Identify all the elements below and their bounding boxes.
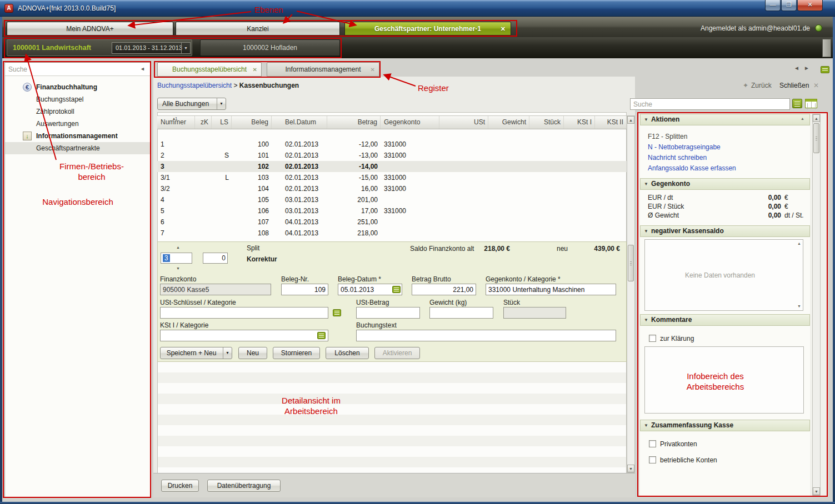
sidebar-item-buchungsstapel[interactable]: Buchungsstapel [5, 93, 150, 105]
action-nettobetragseingabe[interactable]: N - Nettobetragseingabe [648, 142, 721, 152]
sidebar-item-finanzbuchhaltung[interactable]: € Finanzbuchhaltung [5, 81, 150, 93]
action-nachricht-schreiben[interactable]: Nachricht schreiben [648, 153, 707, 163]
table-row[interactable]: 4 105 03.01.2013201,00 [157, 194, 627, 205]
tab-list-icon[interactable] [821, 66, 829, 73]
sidebar-item-auswertungen[interactable]: Auswertungen [5, 118, 150, 130]
action-anfangssaldo[interactable]: Anfangssaldo Kasse erfassen [648, 163, 736, 173]
level-tab-kanzlei[interactable]: Kanzlei [176, 22, 340, 36]
sidebar-item-informationsmanagement[interactable]: ↓ Informationsmanagement [5, 130, 150, 142]
scroll-up-icon[interactable]: ▲ [813, 114, 820, 122]
tab-informationsmanagement[interactable]: Informationsmanagement ✕ [267, 62, 379, 77]
close-tab-icon[interactable]: ✕ [253, 63, 257, 77]
privatkonten-checkbox[interactable] [649, 440, 656, 447]
sidebar-item-geschaeftspartnerakte[interactable]: Geschäftspartnerakte [5, 142, 150, 154]
action-splitten[interactable]: F12 - Splitten [648, 132, 687, 142]
scroll-up-icon[interactable]: ▲ [797, 241, 801, 246]
back-button[interactable]: Zurück [751, 82, 772, 89]
spinner-down-icon[interactable]: ▼ [176, 266, 180, 270]
panel-scroll-up-icon[interactable]: ▲ [801, 117, 804, 121]
storno-button[interactable]: Stornieren [273, 347, 320, 359]
korrektur-input[interactable]: 0 [203, 253, 228, 264]
column-nummer[interactable]: ▴1 Nummer [157, 116, 195, 129]
scroll-tabs-left-icon[interactable]: ◄ [794, 65, 799, 71]
table-row[interactable]: 6 107 04.01.2013251,00 [157, 216, 627, 228]
close-window-button[interactable]: ✕ [797, 0, 823, 11]
company-tab-landwirtschaft[interactable]: 1000001 Landwirtschaft 01.01.2013 - 31.1… [7, 39, 192, 56]
sidebar-search-input[interactable] [8, 64, 128, 74]
company-bar-scrollbar[interactable] [822, 39, 831, 57]
column-stueck[interactable]: Stück [529, 116, 564, 129]
ust-betrag-input[interactable] [356, 307, 420, 319]
ust-lookup-icon[interactable] [333, 309, 341, 316]
table-row-selected[interactable]: 3 102 02.01.2013-14,00 [157, 161, 627, 172]
close-tab-icon[interactable]: ✕ [501, 22, 506, 36]
new-button[interactable]: Neu [238, 347, 267, 359]
close-tab-icon[interactable]: ✕ [371, 63, 375, 77]
scroll-down-icon[interactable]: ▼ [627, 465, 634, 472]
column-ls[interactable]: LS [212, 116, 232, 129]
maximize-button[interactable]: ❐ [781, 0, 797, 11]
scroll-down-icon[interactable]: ▼ [797, 304, 801, 309]
level-tab-geschaeftspartner[interactable]: Geschäftspartner: Unternehmer-1 ✕ [344, 22, 511, 36]
kst-lookup-icon[interactable] [317, 332, 326, 339]
column-kst1[interactable]: KSt I [564, 116, 595, 129]
close-view-icon[interactable]: ✕ [813, 82, 819, 89]
table-header[interactable]: ▴1 Nummer zK LS Beleg Bel.Datum Betrag G… [157, 115, 627, 129]
delete-button[interactable]: Löschen [326, 347, 369, 359]
scroll-tabs-right-icon[interactable]: ► [804, 65, 809, 71]
tab-buchungsstapeluebersicht[interactable]: Buchungsstapelübersicht ✕ [157, 62, 262, 77]
section-gegenkonto[interactable]: ▼ Gegenkonto [640, 178, 810, 190]
data-transfer-button[interactable]: Datenübertragung [207, 480, 281, 492]
collapse-sidebar-icon[interactable]: ◄ [140, 66, 145, 72]
column-zk[interactable]: zK [195, 116, 212, 129]
scrollbar-thumb[interactable] [628, 245, 634, 281]
sidebar-item-zaehlprotokoll[interactable]: Zählprotokoll [5, 105, 150, 118]
section-negativer-kassensaldo[interactable]: ▼ negativer Kassensaldo [640, 225, 810, 237]
column-betrag[interactable]: Betrag [327, 116, 381, 129]
calendar-icon[interactable] [392, 286, 401, 293]
scrollbar-thumb[interactable] [813, 123, 819, 153]
section-kommentare[interactable]: ▼ Kommentare [640, 314, 810, 326]
table-row[interactable]: 2 S101 02.01.2013-13,00 331000 [157, 150, 627, 161]
betrag-brutto-input[interactable] [412, 284, 476, 295]
level-tab-mein-adnova[interactable]: Mein ADNOVA+ [7, 22, 173, 36]
close-view-button[interactable]: Schließen [779, 82, 809, 89]
search-input[interactable] [630, 98, 790, 110]
table-row[interactable]: 3/1 L103 02.01.2013-15,00 331000 [157, 172, 627, 183]
table-view-icon[interactable] [805, 99, 817, 108]
table-scrollbar[interactable]: ▲ ▼ [627, 115, 635, 473]
info-panel-scrollbar[interactable]: ▲ ▼ [812, 114, 821, 496]
column-ust[interactable]: USt [439, 116, 488, 129]
gewicht-input[interactable] [429, 307, 493, 319]
column-beleg[interactable]: Beleg [232, 116, 272, 129]
column-gegenkonto[interactable]: Gegenkonto [381, 116, 439, 129]
company-tab-hofladen[interactable]: 1000002 Hofladen [200, 39, 340, 56]
zur-klaerung-checkbox[interactable] [649, 335, 656, 342]
column-kst2[interactable]: KSt II [595, 116, 627, 129]
filter-dropdown[interactable]: Alle Buchungen ▼ [157, 98, 226, 110]
section-aktionen[interactable]: ▼ Aktionen [640, 114, 810, 125]
betriebliche-konten-checkbox[interactable] [649, 456, 656, 463]
section-zusammenfassung-kasse[interactable]: ▼ Zusammenfassung Kasse [640, 420, 810, 431]
spinner-up-icon[interactable]: ▲ [176, 245, 180, 249]
back-nav-icon[interactable]: ✦ [743, 82, 748, 89]
save-new-button[interactable]: Speichern + Neu ▼ [160, 347, 232, 359]
table-row[interactable]: 1 100 02.01.2013-12,00 331000 [157, 139, 627, 150]
print-button[interactable]: Drucken [161, 480, 199, 492]
belegnr-input[interactable] [281, 284, 328, 295]
split-count-input[interactable]: 3 [161, 253, 192, 264]
period-dropdown[interactable]: 01.01.2013 - 31.12.2013 ▼ [112, 42, 191, 54]
table-row[interactable]: 5 106 03.01.201317,00 331000 [157, 205, 627, 216]
scroll-up-icon[interactable]: ▲ [627, 116, 634, 124]
form-view-icon[interactable] [792, 99, 802, 108]
table-row[interactable]: 7 108 04.01.2013218,00 [157, 228, 627, 239]
column-gewicht[interactable]: Gewicht [488, 116, 529, 129]
breadcrumb-parent-link[interactable]: Buchungsstapelübersicht [157, 82, 232, 89]
gegenkonto-input[interactable] [486, 284, 616, 295]
column-beldatum[interactable]: Bel.Datum [272, 116, 327, 129]
buchungstext-input[interactable] [356, 330, 616, 341]
scroll-down-icon[interactable]: ▼ [813, 487, 820, 495]
kst1-input[interactable] [160, 330, 328, 341]
minimize-button[interactable]: — [765, 0, 781, 11]
table-row[interactable]: 3/2 104 02.01.201316,00 331000 [157, 183, 627, 194]
